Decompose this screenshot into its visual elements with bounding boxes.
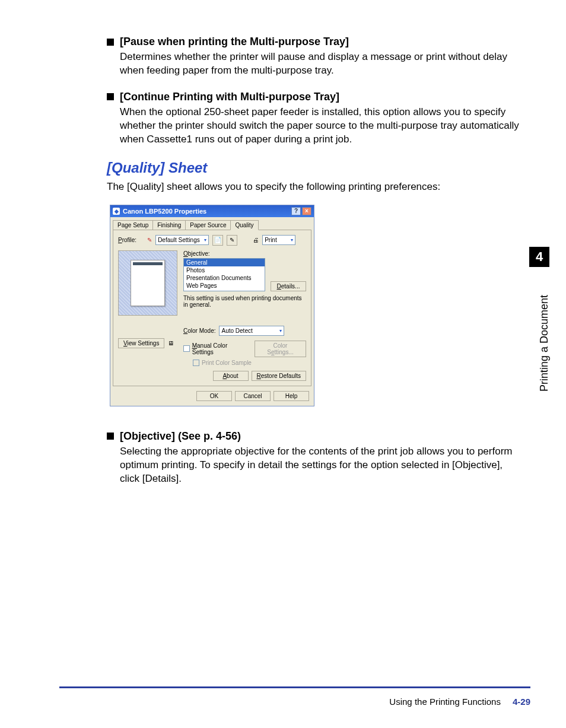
print-label: Print: [265, 237, 277, 243]
item-continue-title: [Continue Printing with Multi-purpose Tr…: [120, 91, 339, 103]
objective-hint: This setting is used when printing docum…: [183, 295, 306, 308]
chapter-tab: 4: [529, 247, 549, 267]
section-intro: The [Quality] sheet allows you to specif…: [107, 181, 522, 193]
chevron-down-icon: ▾: [279, 328, 282, 333]
objective-item-presentation[interactable]: Presentation Documents: [184, 274, 265, 282]
footer-rule: [59, 686, 530, 688]
ok-button[interactable]: OK: [196, 391, 232, 401]
profile-label: Profile:: [118, 237, 136, 243]
objective-item-general[interactable]: General: [184, 259, 265, 266]
objective-listbox[interactable]: General Photos Presentation Documents We…: [183, 258, 265, 291]
color-settings-button: Color Settings...: [255, 341, 306, 357]
tab-paper-source[interactable]: Paper Source: [185, 220, 231, 230]
bullet-icon: [107, 93, 114, 100]
objective-item-web[interactable]: Web Pages: [184, 282, 265, 290]
details-button[interactable]: Details...: [271, 281, 306, 291]
add-profile-icon[interactable]: 📄: [212, 235, 223, 246]
close-button[interactable]: ×: [302, 207, 311, 215]
item-continue-body: When the optional 250-sheet paper feeder…: [120, 106, 522, 147]
print-select[interactable]: Print ▾: [262, 235, 295, 245]
help-footer-button[interactable]: Help: [274, 391, 309, 401]
cancel-button[interactable]: Cancel: [235, 391, 271, 401]
bullet-icon: [107, 39, 114, 46]
chevron-down-icon: ▾: [204, 237, 206, 243]
profile-select[interactable]: Default Settings ▾: [155, 235, 209, 245]
objective-label: Objective:: [183, 250, 306, 257]
chapter-label: Printing a Document: [538, 273, 551, 392]
item-pause-body: Determines whether the printer will paus…: [120, 50, 522, 78]
tab-finishing[interactable]: Finishing: [152, 220, 186, 230]
page-number: 4-29: [513, 697, 530, 707]
chevron-down-icon: ▾: [291, 237, 293, 243]
profile-value: Default Settings: [158, 237, 200, 243]
item-objective-body: Selecting the appropriate objective for …: [120, 445, 522, 486]
bullet-icon: [107, 433, 114, 440]
objective-item-photos[interactable]: Photos: [184, 266, 265, 274]
section-heading: [Quality] Sheet: [107, 160, 522, 176]
monitor-icon[interactable]: 🖥: [168, 340, 174, 346]
print-sample-checkbox: Print Color Sample: [193, 360, 306, 366]
about-button[interactable]: About: [213, 371, 249, 381]
color-mode-select[interactable]: Auto Detect ▾: [219, 326, 284, 336]
edit-profile-icon[interactable]: ✎: [227, 235, 237, 246]
dialog-title: Canon LBP5200 Properties: [123, 208, 206, 215]
help-button[interactable]: ?: [291, 207, 301, 215]
tab-page-setup[interactable]: Page Setup: [113, 220, 153, 230]
canon-app-icon: ◆: [113, 208, 120, 215]
tab-quality[interactable]: Quality: [230, 220, 258, 230]
footer-section: Using the Printing Functions: [389, 697, 501, 707]
preview-pane: [118, 250, 177, 316]
view-settings-button[interactable]: View Settings: [118, 338, 164, 348]
properties-dialog: ◆ Canon LBP5200 Properties ? × Page Setu…: [110, 205, 314, 406]
item-objective-title: [Objective] (See p. 4-56): [120, 430, 241, 443]
manual-color-checkbox[interactable]: Manual Color Settings: [183, 342, 249, 355]
color-mode-label: Color Mode:: [183, 328, 215, 334]
color-mode-value: Auto Detect: [221, 328, 252, 334]
page-thumbnail: [131, 260, 165, 306]
item-pause-title: [Pause when printing the Multi-purpose T…: [120, 36, 349, 48]
restore-defaults-button[interactable]: Restore Defaults: [252, 371, 307, 381]
printer-icon: 🖨: [253, 237, 259, 243]
